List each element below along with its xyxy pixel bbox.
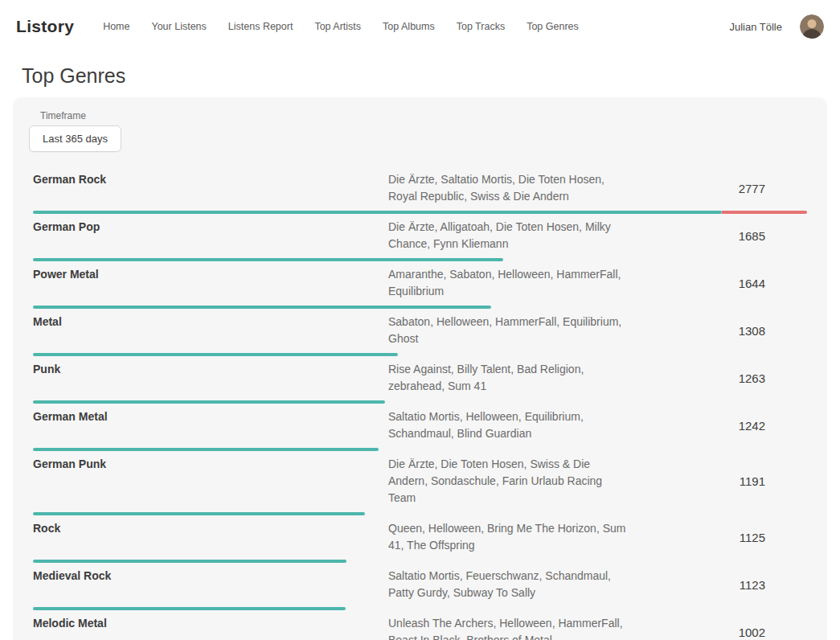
genre-name: German Metal bbox=[33, 408, 388, 425]
nav-item-your-listens[interactable]: Your Listens bbox=[151, 21, 206, 32]
main-content: Top Genres Timeframe Last 365 days Germa… bbox=[0, 64, 840, 640]
nav-item-top-genres[interactable]: Top Genres bbox=[527, 21, 579, 32]
genre-count: 1308 bbox=[629, 324, 807, 338]
genre-name: German Punk bbox=[33, 456, 388, 472]
genre-artists: Unleash The Archers, Helloween, HammerFa… bbox=[388, 615, 629, 640]
genre-row: Power MetalAmaranthe, Sabaton, Helloween… bbox=[33, 261, 807, 309]
nav-item-top-artists[interactable]: Top Artists bbox=[314, 21, 361, 32]
genre-name: Medieval Rock bbox=[33, 568, 388, 584]
nav-item-listens-report[interactable]: Listens Report bbox=[228, 21, 293, 32]
genre-row: MetalSabaton, Helloween, HammerFall, Equ… bbox=[33, 309, 807, 356]
genre-count: 1002 bbox=[629, 626, 807, 639]
genre-artists: Saltatio Mortis, Helloween, Equilibrium,… bbox=[388, 408, 629, 442]
genre-row: RockQueen, Helloween, Bring Me The Horiz… bbox=[33, 515, 807, 563]
page-title: Top Genres bbox=[22, 64, 827, 88]
top-nav: Listory HomeYour ListensListens ReportTo… bbox=[0, 0, 840, 53]
nav-item-top-tracks[interactable]: Top Tracks bbox=[457, 21, 505, 32]
genre-table: German RockDie Ärzte, Saltatio Mortis, D… bbox=[33, 166, 807, 640]
genre-name: Melodic Metal bbox=[33, 615, 388, 631]
genre-artists: Rise Against, Billy Talent, Bad Religion… bbox=[388, 361, 629, 395]
timeframe-filter: Timeframe Last 365 days bbox=[29, 110, 827, 152]
user-avatar[interactable] bbox=[800, 14, 824, 39]
nav-item-home[interactable]: Home bbox=[103, 21, 129, 32]
genre-row: German PopDie Ärzte, Alligatoah, Die Tot… bbox=[33, 214, 807, 261]
genre-count: 2777 bbox=[629, 182, 807, 195]
user-menu: Julian Tölle bbox=[729, 14, 824, 39]
genre-row: German MetalSaltatio Mortis, Helloween, … bbox=[33, 404, 807, 451]
genre-row: Melodic MetalUnleash The Archers, Hellow… bbox=[33, 610, 807, 640]
genre-name: German Pop bbox=[33, 219, 388, 235]
genre-name: Punk bbox=[33, 361, 388, 377]
nav-item-top-albums[interactable]: Top Albums bbox=[383, 21, 435, 32]
timeframe-label: Timeframe bbox=[40, 110, 827, 121]
genre-count: 1191 bbox=[629, 474, 807, 488]
genre-count: 1125 bbox=[629, 531, 807, 544]
genre-artists: Die Ärzte, Alligatoah, Die Toten Hosen, … bbox=[388, 219, 629, 252]
genre-name: Rock bbox=[33, 520, 388, 536]
genre-count: 1242 bbox=[629, 419, 807, 433]
genre-artists: Queen, Helloween, Bring Me The Horizon, … bbox=[388, 520, 629, 554]
genre-artists: Die Ärzte, Die Toten Hosen, Swiss & Die … bbox=[388, 456, 629, 507]
genre-row: Medieval RockSaltatio Mortis, Feuerschwa… bbox=[33, 563, 807, 610]
top-genres-card: Timeframe Last 365 days German RockDie Ä… bbox=[13, 97, 827, 640]
genre-artists: Sabaton, Helloween, HammerFall, Equilibr… bbox=[388, 314, 629, 347]
genre-name: German Rock bbox=[33, 171, 388, 187]
genre-artists: Amaranthe, Sabaton, Helloween, HammerFal… bbox=[388, 266, 629, 300]
timeframe-select[interactable]: Last 365 days bbox=[29, 125, 121, 152]
genre-name: Metal bbox=[33, 314, 388, 330]
genre-row: German PunkDie Ärzte, Die Toten Hosen, S… bbox=[33, 451, 807, 515]
user-name: Julian Tölle bbox=[729, 21, 782, 33]
genre-artists: Die Ärzte, Saltatio Mortis, Die Toten Ho… bbox=[388, 171, 629, 205]
genre-count: 1685 bbox=[629, 229, 807, 243]
genre-count: 1123 bbox=[629, 578, 807, 592]
genre-name: Power Metal bbox=[33, 266, 388, 282]
app-logo[interactable]: Listory bbox=[16, 17, 74, 36]
genre-artists: Saltatio Mortis, Feuerschwanz, Schandmau… bbox=[388, 568, 629, 601]
genre-row: German RockDie Ärzte, Saltatio Mortis, D… bbox=[33, 166, 807, 214]
genre-count: 1644 bbox=[629, 277, 807, 290]
nav-links: HomeYour ListensListens ReportTop Artist… bbox=[103, 21, 579, 32]
genre-row: PunkRise Against, Billy Talent, Bad Reli… bbox=[33, 356, 807, 404]
genre-count: 1263 bbox=[629, 371, 807, 385]
